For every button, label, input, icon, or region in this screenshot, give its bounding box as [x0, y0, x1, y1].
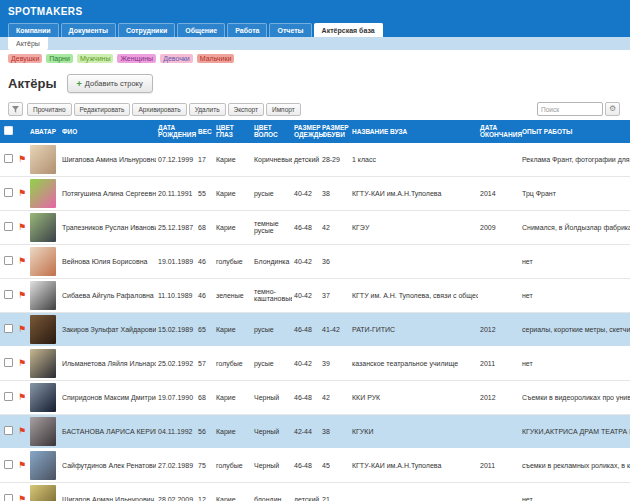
cell-experience: нет: [520, 278, 630, 312]
avatar[interactable]: [30, 247, 56, 276]
flag-icon[interactable]: ⚑: [18, 392, 26, 402]
row-checkbox[interactable]: [4, 392, 13, 401]
nav-tab[interactable]: Компании: [8, 23, 59, 37]
cell-experience: нет: [520, 346, 630, 380]
nav-tab[interactable]: Сотрудники: [118, 23, 175, 37]
row-checkbox[interactable]: [4, 426, 13, 435]
row-checkbox[interactable]: [4, 256, 13, 265]
column-header[interactable]: ВЕС: [196, 120, 214, 143]
flag-icon[interactable]: ⚑: [18, 358, 26, 368]
add-row-button[interactable]: + Добавить строку: [67, 74, 153, 93]
flag-icon[interactable]: ⚑: [18, 426, 26, 436]
subnav-tab[interactable]: Актёры: [8, 37, 48, 50]
toolbar-button[interactable]: Экспорт: [228, 103, 264, 116]
row-checkbox[interactable]: [4, 188, 13, 197]
filter-button[interactable]: [8, 102, 23, 116]
table-row[interactable]: ⚑ Закиров Зульфат Хайдарович 15.02.1989 …: [0, 312, 630, 346]
table-row[interactable]: ⚑ БАСТАНОВА ЛАРИСА КЕРИМОВНА 04.11.1992 …: [0, 414, 630, 448]
row-checkbox[interactable]: [4, 460, 13, 469]
row-checkbox[interactable]: [4, 358, 13, 367]
flag-icon[interactable]: ⚑: [18, 256, 26, 266]
cell-flag: ⚑: [16, 143, 28, 177]
cell-weight: 46: [196, 278, 214, 312]
toolbar-button[interactable]: Импорт: [266, 103, 301, 116]
row-checkbox[interactable]: [4, 154, 13, 163]
table-row[interactable]: ⚑ Шигапова Амина Ильнуровна 07.12.1999 1…: [0, 143, 630, 177]
avatar[interactable]: [30, 213, 56, 242]
toolbar-button[interactable]: Удалить: [189, 103, 226, 116]
column-header[interactable]: ДАТА ОКОНЧАНИЯ: [478, 120, 520, 143]
cell-flag: ⚑: [16, 448, 28, 482]
nav-tab[interactable]: Отчеты: [269, 23, 311, 37]
nav-tab[interactable]: Документы: [61, 23, 116, 37]
table-row[interactable]: ⚑ Шигапов Арман Ильнурович 28.02.2009 12…: [0, 482, 630, 501]
cell-checkbox: [0, 346, 16, 380]
flag-icon[interactable]: ⚑: [18, 494, 26, 501]
cell-graduation: 2012: [478, 312, 520, 346]
row-checkbox[interactable]: [4, 324, 13, 333]
filter-chip[interactable]: Девочки: [160, 54, 193, 63]
avatar[interactable]: [30, 179, 56, 208]
column-header[interactable]: РАЗМЕР ОБУВИ: [320, 120, 350, 143]
cell-checkbox: [0, 143, 16, 177]
table-row[interactable]: ⚑ Сибаева Айгуль Рафаловна 11.10.1989 46…: [0, 278, 630, 312]
column-header[interactable]: ДАТА РОЖДЕНИЯ: [156, 120, 196, 143]
nav-tab[interactable]: Актёрская база: [314, 23, 383, 37]
column-header[interactable]: ОПЫТ РАБОТЫ: [520, 120, 630, 143]
avatar[interactable]: [30, 417, 56, 446]
cell-graduation: [478, 414, 520, 448]
avatar[interactable]: [30, 451, 56, 480]
cell-eye-color: зеленые: [214, 278, 252, 312]
table-row[interactable]: ⚑ Вейнова Юлия Борисовна 19.01.1989 46 г…: [0, 244, 630, 278]
filter-chip[interactable]: Девушки: [8, 54, 42, 63]
search-input[interactable]: [537, 102, 603, 116]
avatar[interactable]: [30, 281, 56, 310]
column-header[interactable]: НАЗВАНИЕ ВУЗА: [350, 120, 478, 143]
row-checkbox[interactable]: [4, 494, 13, 501]
cell-avatar: [28, 482, 60, 501]
flag-icon[interactable]: ⚑: [18, 324, 26, 334]
toolbar-button[interactable]: Прочитано: [27, 103, 72, 116]
column-header[interactable]: ЦВЕТ ГЛАЗ: [214, 120, 252, 143]
cell-weight: 68: [196, 210, 214, 244]
table-row[interactable]: ⚑ Спиридонов Максим Дмитриевич 19.07.199…: [0, 380, 630, 414]
cell-avatar: [28, 278, 60, 312]
toolbar-button[interactable]: Архивировать: [132, 103, 186, 116]
table-row[interactable]: ⚑ Ильманетова Ляйля Ильнаровна 25.02.199…: [0, 346, 630, 380]
filter-chip[interactable]: Мальчики: [197, 54, 235, 63]
nav-tab[interactable]: Общение: [177, 23, 225, 37]
column-header[interactable]: ЦВЕТ ВОЛОС: [252, 120, 292, 143]
filter-chip[interactable]: Парни: [46, 54, 73, 63]
search-settings-button[interactable]: ⚙: [605, 102, 620, 116]
flag-icon[interactable]: ⚑: [18, 154, 26, 164]
cell-checkbox: [0, 210, 16, 244]
nav-tab[interactable]: Работа: [227, 23, 267, 37]
cell-experience: КГУКИ,АКТРИСА ДРАМ ТЕАТРА И КИНО...>>: [520, 414, 630, 448]
column-header[interactable]: ФИО: [60, 120, 156, 143]
cell-checkbox: [0, 482, 16, 501]
flag-icon[interactable]: ⚑: [18, 460, 26, 470]
flag-icon[interactable]: ⚑: [18, 222, 26, 232]
row-checkbox[interactable]: [4, 222, 13, 231]
toolbar-button[interactable]: Редактировать: [74, 103, 131, 116]
avatar[interactable]: [30, 145, 56, 174]
table-row[interactable]: ⚑ Потягушина Алина Сергеевна 20.11.1991 …: [0, 176, 630, 210]
avatar[interactable]: [30, 485, 56, 501]
avatar[interactable]: [30, 383, 56, 412]
avatar[interactable]: [30, 315, 56, 344]
cell-school: КГТУ-КАИ им.А.Н.Туполева: [350, 176, 478, 210]
header-checkbox-cell: [0, 120, 16, 143]
avatar[interactable]: [30, 349, 56, 378]
column-header[interactable]: РАЗМЕР ОДЕЖДЫ: [292, 120, 320, 143]
table-row[interactable]: ⚑ Трапезников Руслан Иванович 25.12.1987…: [0, 210, 630, 244]
cell-shoe-size: 28-29: [320, 143, 350, 177]
table-row[interactable]: ⚑ Сайфутдинов Алек Ренатович 27.02.1989 …: [0, 448, 630, 482]
cell-eye-color: Карие: [214, 176, 252, 210]
flag-icon[interactable]: ⚑: [18, 290, 26, 300]
filter-chip[interactable]: Женщины: [117, 54, 156, 63]
row-checkbox[interactable]: [4, 290, 13, 299]
filter-chip[interactable]: Мужчины: [77, 54, 114, 63]
flag-icon[interactable]: ⚑: [18, 188, 26, 198]
column-header[interactable]: АВАТАР: [28, 120, 60, 143]
select-all-checkbox[interactable]: [4, 126, 13, 135]
